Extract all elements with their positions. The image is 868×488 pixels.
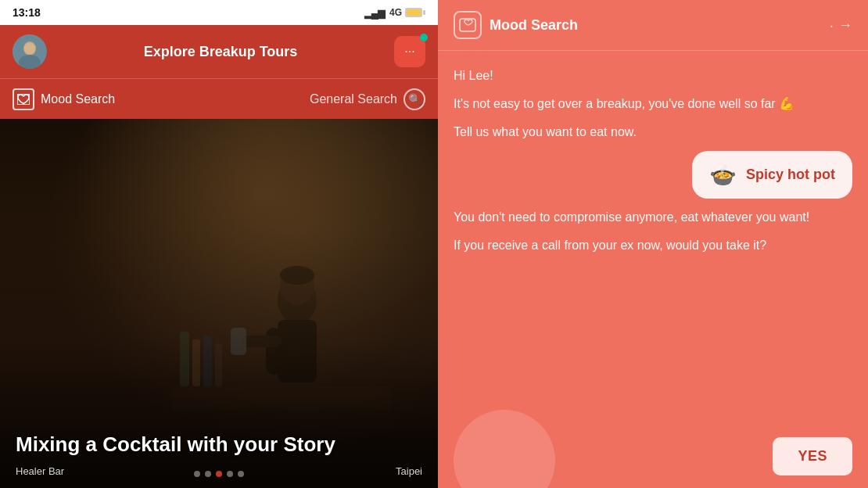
card-text: Mixing a Cocktail with your Story (16, 432, 335, 457)
featured-card[interactable]: Mixing a Cocktail with your Story Healer… (0, 119, 438, 488)
message-1: Hi Lee! (454, 66, 852, 85)
network-label: 4G (389, 7, 402, 18)
message-5-text: You don't need to compromise anymore, ea… (454, 210, 809, 224)
message-5: You don't need to compromise anymore, ea… (454, 208, 852, 227)
message-3-text: Tell us what you want to eat now. (454, 125, 637, 138)
notification-dot (420, 34, 428, 41)
venue-location: Taipei (396, 465, 422, 477)
svg-point-3 (24, 43, 35, 54)
card-title: Mixing a Cocktail with your Story (16, 432, 335, 457)
tab-mood-label: Mood Search (41, 92, 115, 106)
heart-icon (13, 88, 34, 110)
spicy-hotpot-button[interactable]: 🍲 Spicy hot pot (692, 151, 852, 199)
status-icons: ▂▄▆ 4G (364, 7, 425, 19)
yes-button[interactable]: YES (773, 437, 852, 475)
avatar-image (13, 34, 47, 69)
avatar[interactable] (13, 34, 47, 69)
mood-search-icon (454, 11, 482, 39)
status-bar: 13:18 ▂▄▆ 4G (0, 0, 438, 25)
message-6-text: If you receive a call from your ex now, … (454, 239, 766, 252)
message-6: If you receive a call from your ex now, … (454, 236, 852, 255)
bottom-action-area: YES (438, 429, 868, 488)
message-1-text: Hi Lee! (454, 69, 493, 82)
venue-name: Healer Bar (16, 465, 64, 477)
dots-more: · (829, 16, 835, 34)
dot-1[interactable] (194, 471, 200, 477)
dot-4[interactable] (227, 471, 233, 477)
chat-content: Hi Lee! It's not easy to get over a brea… (438, 51, 868, 429)
app-header: Explore Breakup Tours ··· (0, 25, 438, 78)
right-header-left: Mood Search (454, 11, 578, 39)
carousel-dots (194, 471, 244, 477)
tab-general-search[interactable]: General Search 🔍 (310, 88, 425, 110)
dot-5[interactable] (238, 471, 244, 477)
message-3: Tell us what you want to eat now. (454, 123, 852, 142)
status-time: 13:18 (13, 6, 41, 19)
right-header-nav[interactable]: · → (829, 16, 852, 34)
search-icon: 🔍 (404, 88, 425, 110)
food-label: Spicy hot pot (746, 167, 835, 183)
dot-3[interactable] (216, 471, 222, 477)
battery-icon (405, 8, 425, 17)
tab-mood-search[interactable]: Mood Search (13, 88, 310, 110)
right-panel: Mood Search · → Hi Lee! It's not easy to… (438, 0, 868, 488)
signal-icon: ▂▄▆ (364, 7, 385, 19)
food-choice-container: 🍲 Spicy hot pot (454, 151, 852, 199)
chat-button[interactable]: ··· (394, 36, 425, 67)
tab-general-label: General Search (310, 92, 397, 106)
arrow-right-icon: → (838, 17, 852, 34)
dot-2[interactable] (205, 471, 211, 477)
app-header-title: Explore Breakup Tours (47, 44, 394, 60)
message-2-text: It's not easy to get over a breakup, you… (454, 97, 794, 110)
nav-tabs: Mood Search General Search 🔍 (0, 78, 438, 119)
chat-icon: ··· (404, 45, 414, 59)
right-panel-title: Mood Search (490, 17, 578, 34)
message-2: It's not easy to get over a breakup, you… (454, 95, 852, 113)
left-panel: 13:18 ▂▄▆ 4G Explore Breakup Tours (0, 0, 438, 488)
food-icon: 🍲 (709, 162, 737, 188)
right-header: Mood Search · → (438, 0, 868, 51)
